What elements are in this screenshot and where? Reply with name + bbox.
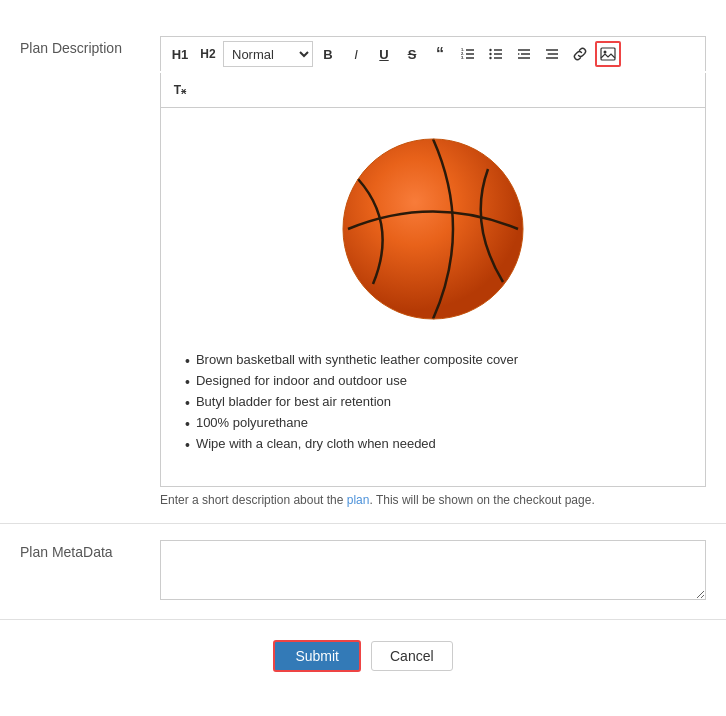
editor-content-area[interactable]: Brown basketball with synthetic leather … bbox=[160, 107, 706, 487]
svg-rect-20 bbox=[601, 48, 615, 60]
indent-increase-icon bbox=[544, 46, 560, 62]
unordered-list-button[interactable] bbox=[483, 41, 509, 67]
basketball-image-container bbox=[177, 124, 689, 334]
plan-description-field: H1 H2 Normal Heading 1 Heading 2 Heading… bbox=[160, 36, 706, 507]
plan-metadata-field bbox=[160, 540, 706, 603]
format-select[interactable]: Normal Heading 1 Heading 2 Heading 3 bbox=[223, 41, 313, 67]
plan-metadata-row: Plan MetaData bbox=[0, 524, 726, 620]
svg-point-9 bbox=[489, 49, 491, 51]
svg-point-10 bbox=[489, 53, 491, 55]
list-item: Butyl bladder for best air retention bbox=[185, 392, 689, 413]
metadata-input[interactable] bbox=[160, 540, 706, 600]
indent-increase-button[interactable] bbox=[539, 41, 565, 67]
editor-toolbar-row2: Tx bbox=[160, 73, 706, 107]
form-actions: Submit Cancel bbox=[0, 620, 726, 692]
basketball-svg bbox=[338, 124, 528, 334]
strikethrough-button[interactable]: S bbox=[399, 41, 425, 67]
image-button[interactable] bbox=[595, 41, 621, 67]
blockquote-button[interactable]: “ bbox=[427, 41, 453, 67]
svg-point-21 bbox=[604, 51, 607, 54]
ordered-list-button[interactable]: 1. 2. 3. bbox=[455, 41, 481, 67]
svg-marker-19 bbox=[547, 53, 549, 55]
list-item: Wipe with a clean, dry cloth when needed bbox=[185, 434, 689, 455]
submit-button[interactable]: Submit bbox=[273, 640, 361, 672]
link-icon bbox=[572, 46, 588, 62]
h2-button[interactable]: H2 bbox=[195, 41, 221, 67]
editor-toolbar: H1 H2 Normal Heading 1 Heading 2 Heading… bbox=[160, 36, 706, 71]
hint-text: Enter a short description about the plan… bbox=[160, 493, 706, 507]
italic-button[interactable]: I bbox=[343, 41, 369, 67]
list-item: Designed for indoor and outdoor use bbox=[185, 371, 689, 392]
h1-button[interactable]: H1 bbox=[167, 41, 193, 67]
underline-button[interactable]: U bbox=[371, 41, 397, 67]
cancel-button[interactable]: Cancel bbox=[371, 641, 453, 671]
svg-point-11 bbox=[489, 57, 491, 59]
hint-highlight: plan bbox=[347, 493, 370, 507]
svg-text:3.: 3. bbox=[461, 55, 464, 60]
list-item: 100% polyurethane bbox=[185, 413, 689, 434]
feature-list: Brown basketball with synthetic leather … bbox=[177, 350, 689, 455]
bold-button[interactable]: B bbox=[315, 41, 341, 67]
clear-format-button[interactable]: Tx bbox=[167, 77, 193, 103]
image-icon bbox=[600, 46, 616, 62]
svg-marker-15 bbox=[518, 53, 520, 55]
plan-description-row: Plan Description H1 H2 Normal Heading 1 … bbox=[0, 20, 726, 524]
unordered-list-icon bbox=[488, 46, 504, 62]
link-button[interactable] bbox=[567, 41, 593, 67]
plan-metadata-label: Plan MetaData bbox=[20, 540, 160, 560]
ordered-list-icon: 1. 2. 3. bbox=[460, 46, 476, 62]
list-item: Brown basketball with synthetic leather … bbox=[185, 350, 689, 371]
plan-description-label: Plan Description bbox=[20, 36, 160, 56]
indent-decrease-icon bbox=[516, 46, 532, 62]
svg-point-22 bbox=[343, 139, 523, 319]
indent-decrease-button[interactable] bbox=[511, 41, 537, 67]
